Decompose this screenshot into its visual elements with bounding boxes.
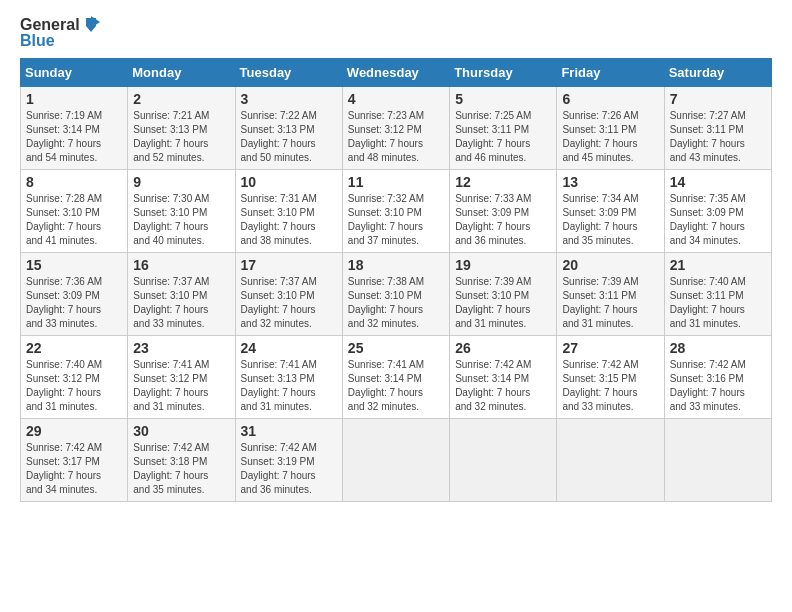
header-cell-friday: Friday (557, 58, 664, 86)
day-cell: 22Sunrise: 7:40 AMSunset: 3:12 PMDayligh… (21, 335, 128, 418)
day-detail: Sunrise: 7:41 AMSunset: 3:12 PMDaylight:… (133, 359, 209, 412)
day-cell: 16Sunrise: 7:37 AMSunset: 3:10 PMDayligh… (128, 252, 235, 335)
day-number: 25 (348, 340, 444, 356)
day-detail: Sunrise: 7:42 AMSunset: 3:17 PMDaylight:… (26, 442, 102, 495)
day-number: 2 (133, 91, 229, 107)
day-cell: 31Sunrise: 7:42 AMSunset: 3:19 PMDayligh… (235, 418, 342, 501)
day-detail: Sunrise: 7:33 AMSunset: 3:09 PMDaylight:… (455, 193, 531, 246)
day-detail: Sunrise: 7:41 AMSunset: 3:14 PMDaylight:… (348, 359, 424, 412)
header-cell-monday: Monday (128, 58, 235, 86)
day-detail: Sunrise: 7:32 AMSunset: 3:10 PMDaylight:… (348, 193, 424, 246)
day-cell: 15Sunrise: 7:36 AMSunset: 3:09 PMDayligh… (21, 252, 128, 335)
week-row-2: 8Sunrise: 7:28 AMSunset: 3:10 PMDaylight… (21, 169, 772, 252)
day-number: 23 (133, 340, 229, 356)
day-detail: Sunrise: 7:37 AMSunset: 3:10 PMDaylight:… (241, 276, 317, 329)
day-number: 16 (133, 257, 229, 273)
day-detail: Sunrise: 7:21 AMSunset: 3:13 PMDaylight:… (133, 110, 209, 163)
day-number: 19 (455, 257, 551, 273)
day-cell (664, 418, 771, 501)
day-cell: 19Sunrise: 7:39 AMSunset: 3:10 PMDayligh… (450, 252, 557, 335)
day-detail: Sunrise: 7:28 AMSunset: 3:10 PMDaylight:… (26, 193, 102, 246)
day-detail: Sunrise: 7:39 AMSunset: 3:10 PMDaylight:… (455, 276, 531, 329)
day-number: 8 (26, 174, 122, 190)
day-cell: 30Sunrise: 7:42 AMSunset: 3:18 PMDayligh… (128, 418, 235, 501)
day-cell: 23Sunrise: 7:41 AMSunset: 3:12 PMDayligh… (128, 335, 235, 418)
day-number: 5 (455, 91, 551, 107)
day-number: 15 (26, 257, 122, 273)
day-detail: Sunrise: 7:42 AMSunset: 3:19 PMDaylight:… (241, 442, 317, 495)
day-number: 14 (670, 174, 766, 190)
header-cell-wednesday: Wednesday (342, 58, 449, 86)
header: General Blue (20, 16, 772, 50)
day-detail: Sunrise: 7:25 AMSunset: 3:11 PMDaylight:… (455, 110, 531, 163)
week-row-1: 1Sunrise: 7:19 AMSunset: 3:14 PMDaylight… (21, 86, 772, 169)
day-number: 7 (670, 91, 766, 107)
day-cell: 9Sunrise: 7:30 AMSunset: 3:10 PMDaylight… (128, 169, 235, 252)
day-detail: Sunrise: 7:19 AMSunset: 3:14 PMDaylight:… (26, 110, 102, 163)
day-number: 22 (26, 340, 122, 356)
day-cell: 7Sunrise: 7:27 AMSunset: 3:11 PMDaylight… (664, 86, 771, 169)
day-cell: 1Sunrise: 7:19 AMSunset: 3:14 PMDaylight… (21, 86, 128, 169)
day-detail: Sunrise: 7:34 AMSunset: 3:09 PMDaylight:… (562, 193, 638, 246)
day-cell: 28Sunrise: 7:42 AMSunset: 3:16 PMDayligh… (664, 335, 771, 418)
day-cell: 5Sunrise: 7:25 AMSunset: 3:11 PMDaylight… (450, 86, 557, 169)
day-cell: 13Sunrise: 7:34 AMSunset: 3:09 PMDayligh… (557, 169, 664, 252)
day-detail: Sunrise: 7:39 AMSunset: 3:11 PMDaylight:… (562, 276, 638, 329)
day-detail: Sunrise: 7:40 AMSunset: 3:12 PMDaylight:… (26, 359, 102, 412)
day-number: 6 (562, 91, 658, 107)
day-detail: Sunrise: 7:40 AMSunset: 3:11 PMDaylight:… (670, 276, 746, 329)
header-cell-saturday: Saturday (664, 58, 771, 86)
day-detail: Sunrise: 7:42 AMSunset: 3:16 PMDaylight:… (670, 359, 746, 412)
week-row-4: 22Sunrise: 7:40 AMSunset: 3:12 PMDayligh… (21, 335, 772, 418)
day-cell: 4Sunrise: 7:23 AMSunset: 3:12 PMDaylight… (342, 86, 449, 169)
day-number: 4 (348, 91, 444, 107)
day-detail: Sunrise: 7:35 AMSunset: 3:09 PMDaylight:… (670, 193, 746, 246)
day-number: 1 (26, 91, 122, 107)
day-cell: 21Sunrise: 7:40 AMSunset: 3:11 PMDayligh… (664, 252, 771, 335)
day-cell: 6Sunrise: 7:26 AMSunset: 3:11 PMDaylight… (557, 86, 664, 169)
day-detail: Sunrise: 7:22 AMSunset: 3:13 PMDaylight:… (241, 110, 317, 163)
day-cell: 8Sunrise: 7:28 AMSunset: 3:10 PMDaylight… (21, 169, 128, 252)
day-number: 11 (348, 174, 444, 190)
calendar-table: SundayMondayTuesdayWednesdayThursdayFrid… (20, 58, 772, 502)
day-cell: 3Sunrise: 7:22 AMSunset: 3:13 PMDaylight… (235, 86, 342, 169)
day-number: 29 (26, 423, 122, 439)
day-detail: Sunrise: 7:31 AMSunset: 3:10 PMDaylight:… (241, 193, 317, 246)
day-cell: 18Sunrise: 7:38 AMSunset: 3:10 PMDayligh… (342, 252, 449, 335)
day-cell: 24Sunrise: 7:41 AMSunset: 3:13 PMDayligh… (235, 335, 342, 418)
day-detail: Sunrise: 7:42 AMSunset: 3:18 PMDaylight:… (133, 442, 209, 495)
day-number: 28 (670, 340, 766, 356)
day-number: 10 (241, 174, 337, 190)
day-number: 27 (562, 340, 658, 356)
day-number: 24 (241, 340, 337, 356)
day-number: 9 (133, 174, 229, 190)
week-row-5: 29Sunrise: 7:42 AMSunset: 3:17 PMDayligh… (21, 418, 772, 501)
header-cell-thursday: Thursday (450, 58, 557, 86)
day-detail: Sunrise: 7:26 AMSunset: 3:11 PMDaylight:… (562, 110, 638, 163)
day-cell (557, 418, 664, 501)
day-detail: Sunrise: 7:37 AMSunset: 3:10 PMDaylight:… (133, 276, 209, 329)
day-number: 3 (241, 91, 337, 107)
day-number: 20 (562, 257, 658, 273)
day-detail: Sunrise: 7:38 AMSunset: 3:10 PMDaylight:… (348, 276, 424, 329)
day-detail: Sunrise: 7:27 AMSunset: 3:11 PMDaylight:… (670, 110, 746, 163)
week-row-3: 15Sunrise: 7:36 AMSunset: 3:09 PMDayligh… (21, 252, 772, 335)
day-cell: 2Sunrise: 7:21 AMSunset: 3:13 PMDaylight… (128, 86, 235, 169)
day-detail: Sunrise: 7:36 AMSunset: 3:09 PMDaylight:… (26, 276, 102, 329)
day-cell: 25Sunrise: 7:41 AMSunset: 3:14 PMDayligh… (342, 335, 449, 418)
day-cell (450, 418, 557, 501)
header-cell-sunday: Sunday (21, 58, 128, 86)
day-number: 31 (241, 423, 337, 439)
day-number: 30 (133, 423, 229, 439)
header-row: SundayMondayTuesdayWednesdayThursdayFrid… (21, 58, 772, 86)
day-detail: Sunrise: 7:41 AMSunset: 3:13 PMDaylight:… (241, 359, 317, 412)
day-cell: 20Sunrise: 7:39 AMSunset: 3:11 PMDayligh… (557, 252, 664, 335)
day-detail: Sunrise: 7:30 AMSunset: 3:10 PMDaylight:… (133, 193, 209, 246)
day-number: 21 (670, 257, 766, 273)
day-cell: 17Sunrise: 7:37 AMSunset: 3:10 PMDayligh… (235, 252, 342, 335)
day-detail: Sunrise: 7:42 AMSunset: 3:15 PMDaylight:… (562, 359, 638, 412)
header-cell-tuesday: Tuesday (235, 58, 342, 86)
day-cell: 12Sunrise: 7:33 AMSunset: 3:09 PMDayligh… (450, 169, 557, 252)
logo-text-blue: Blue (20, 32, 100, 50)
day-number: 13 (562, 174, 658, 190)
